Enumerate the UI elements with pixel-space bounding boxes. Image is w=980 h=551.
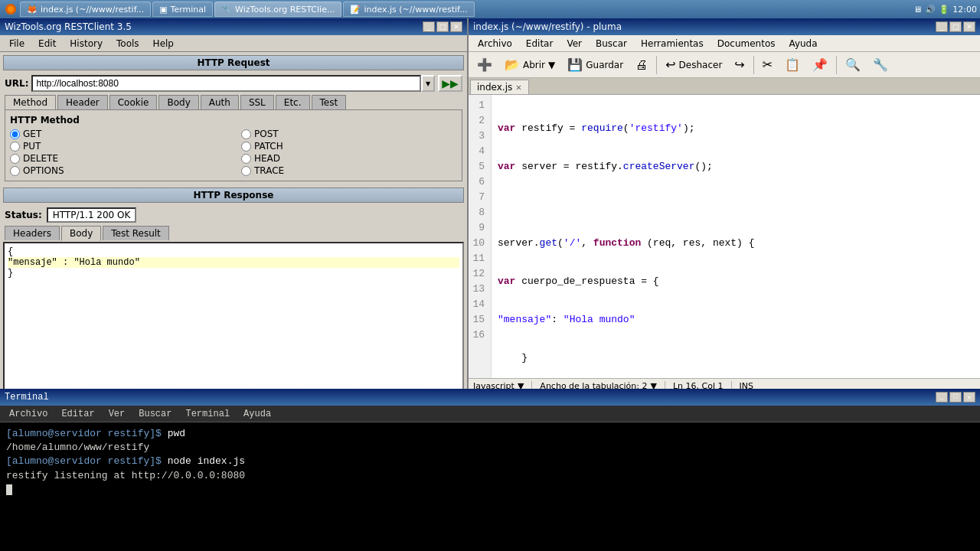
response-tab-test-result[interactable]: Test Result <box>103 226 169 240</box>
terminal-title: Terminal <box>5 392 49 403</box>
terminal-menu-editar[interactable]: Editar <box>55 407 100 421</box>
method-delete-radio[interactable] <box>10 154 20 164</box>
terminal-menu-archivo[interactable]: Archivo <box>3 407 54 421</box>
response-line-1: { <box>8 246 13 257</box>
request-tab-bar: Method Header Cookie Body Auth SSL Etc. … <box>0 93 467 109</box>
pluma-close-btn[interactable]: ✕ <box>963 21 975 32</box>
taskbar-tab-restclient[interactable]: 🔧 WizTools.org RESTClie... <box>214 2 341 17</box>
pluma-maximize-btn[interactable]: □ <box>949 21 962 32</box>
method-options-radio[interactable] <box>10 166 20 176</box>
http-request-title: HTTP Request <box>3 55 464 70</box>
pluma-new-btn[interactable]: ➕ <box>472 54 498 76</box>
response-tab-body[interactable]: Body <box>61 226 101 241</box>
pluma-toolbar: ➕ 📂 Abrir ▼ 💾 Guardar 🖨 ↩ Deshacer ↪ <box>469 52 980 78</box>
restclient-menu-edit[interactable]: Edit <box>32 37 62 51</box>
tab-auth[interactable]: Auth <box>201 95 239 109</box>
pluma-save-btn[interactable]: 💾 Guardar <box>562 54 629 76</box>
method-patch[interactable]: PATCH <box>241 141 457 152</box>
pluma-menu-documentos[interactable]: Documentos <box>711 37 782 51</box>
response-tab-headers[interactable]: Headers <box>5 226 60 240</box>
taskbar-tab-pluma[interactable]: 📝 index.js (~//www/restif... <box>343 2 474 17</box>
tab-method[interactable]: Method <box>5 95 56 110</box>
pluma-cut-btn[interactable]: ✂ <box>757 54 778 76</box>
search-icon: 🔍 <box>845 57 861 72</box>
method-get-radio[interactable] <box>10 129 20 139</box>
method-delete[interactable]: DELETE <box>10 153 226 164</box>
restclient-maximize-btn[interactable]: □ <box>436 21 449 32</box>
terminal-menu-terminal[interactable]: Terminal <box>179 407 236 421</box>
restclient-menu-file[interactable]: File <box>3 37 31 51</box>
pluma-tab-index-js[interactable]: index.js ✕ <box>470 80 529 94</box>
method-head-radio[interactable] <box>241 154 251 164</box>
url-label: URL: <box>5 78 28 89</box>
method-put-radio[interactable] <box>10 142 20 152</box>
pluma-open-btn[interactable]: 📂 Abrir ▼ <box>499 54 560 76</box>
pluma-undo-btn[interactable]: ↩ Deshacer <box>660 54 727 76</box>
taskbar-tab-terminal[interactable]: ▣ Terminal <box>152 2 213 17</box>
paste-icon: 📌 <box>812 57 828 72</box>
svg-point-1 <box>8 6 14 12</box>
toolbar-separator-2 <box>753 56 754 74</box>
pluma-minimize-btn[interactable]: _ <box>936 21 948 32</box>
copy-icon: 📋 <box>785 57 800 72</box>
terminal-content[interactable]: [alumno@servidor restify]$ pwd /home/alu… <box>0 422 980 551</box>
terminal-close-btn[interactable]: ✕ <box>963 392 975 403</box>
pluma-tools-btn[interactable]: 🔧 <box>867 54 893 76</box>
restclient-menubar: File Edit History Tools Help <box>0 35 467 52</box>
method-put[interactable]: PUT <box>10 141 226 152</box>
tab-test[interactable]: Test <box>312 95 347 109</box>
tab-etc[interactable]: Etc. <box>276 95 310 109</box>
pluma-icon: 📝 <box>350 5 361 15</box>
open-dropdown-icon: ▼ <box>548 60 555 70</box>
restclient-menu-history[interactable]: History <box>64 37 109 51</box>
pluma-tab-close-btn[interactable]: ✕ <box>515 83 521 92</box>
pluma-print-btn[interactable]: 🖨 <box>630 54 653 76</box>
terminal-menu-ver[interactable]: Ver <box>103 407 132 421</box>
terminal-maximize-btn[interactable]: □ <box>949 392 962 403</box>
method-trace[interactable]: TRACE <box>241 165 457 176</box>
pluma-copy-btn[interactable]: 📋 <box>779 54 805 76</box>
url-input[interactable] <box>31 75 421 92</box>
url-send-btn[interactable]: ▶▶ <box>438 75 462 92</box>
terminal-line-3: [alumno@servidor restify]$ node index.js <box>6 455 974 468</box>
pluma-menu-editar[interactable]: Editar <box>520 37 560 51</box>
method-get[interactable]: GET <box>10 129 226 139</box>
pluma-menu-herramientas[interactable]: Herramientas <box>635 37 710 51</box>
terminal-line-2: /home/alumno/www/restify <box>6 441 974 455</box>
taskbar-os-icon[interactable] <box>3 2 18 17</box>
restclient-close-btn[interactable]: ✕ <box>450 21 462 32</box>
terminal-menu-ayuda[interactable]: Ayuda <box>237 407 277 421</box>
tab-ssl[interactable]: SSL <box>240 95 274 109</box>
terminal-icon: ▣ <box>159 5 167 15</box>
restclient-minimize-btn[interactable]: _ <box>423 21 435 32</box>
pluma-menu-ayuda[interactable]: Ayuda <box>782 37 823 51</box>
pluma-tab-label: index.js <box>477 82 512 93</box>
method-post-radio[interactable] <box>241 129 251 139</box>
pluma-paste-btn[interactable]: 📌 <box>807 54 833 76</box>
code-editor[interactable]: 1 2 3 4 5 6 7 8 9 10 11 12 13 14 15 16 v… <box>469 95 980 378</box>
terminal-menu-buscar[interactable]: Buscar <box>132 407 178 421</box>
method-options[interactable]: OPTIONS <box>10 165 226 176</box>
tab-header[interactable]: Header <box>57 95 108 109</box>
pluma-menu-archivo[interactable]: Archivo <box>472 37 518 51</box>
url-dropdown-btn[interactable]: ▼ <box>421 75 435 92</box>
pluma-menu-ver[interactable]: Ver <box>560 37 588 51</box>
response-line-3: } <box>8 268 13 279</box>
code-line-3 <box>498 197 974 213</box>
method-patch-radio[interactable] <box>241 142 251 152</box>
restclient-menu-help[interactable]: Help <box>147 37 180 51</box>
tab-body[interactable]: Body <box>158 95 198 109</box>
method-post[interactable]: POST <box>241 129 457 139</box>
restclient-menu-tools[interactable]: Tools <box>110 37 145 51</box>
taskbar-tab-firefox[interactable]: 🦊 index.js (~//www/restif... <box>20 2 151 17</box>
method-head[interactable]: HEAD <box>241 153 457 164</box>
pluma-search-btn[interactable]: 🔍 <box>840 54 866 76</box>
code-content: var restify = require('restify'); var se… <box>492 95 980 378</box>
open-icon: 📂 <box>505 57 520 72</box>
terminal-minimize-btn[interactable]: _ <box>936 392 948 403</box>
pluma-menu-buscar[interactable]: Buscar <box>590 37 633 51</box>
tab-cookie[interactable]: Cookie <box>109 95 158 109</box>
method-trace-radio[interactable] <box>241 166 251 176</box>
pluma-redo-btn[interactable]: ↪ <box>729 54 750 76</box>
toolbar-separator-1 <box>656 56 657 74</box>
